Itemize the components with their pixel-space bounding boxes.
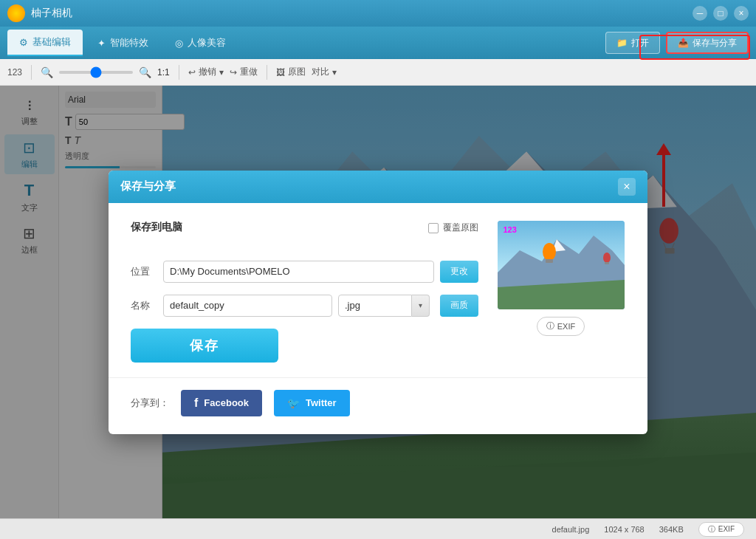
share-section: 分享到： f Facebook 🐦 Twitter bbox=[109, 377, 647, 434]
svg-point-23 bbox=[603, 253, 611, 263]
separator2 bbox=[179, 65, 179, 80]
preview-image: 123 bbox=[498, 221, 625, 309]
save-share-dialog: 保存与分享 × 保存到电脑 覆盖原图 位置 bbox=[109, 171, 647, 434]
tab-basic-edit[interactable]: ⚙ 基础编辑 bbox=[7, 30, 83, 56]
main-area: ⫶ 调整 ⊡ 编辑 T 文字 ⊞ 边框 Arial T T T 透明度 bbox=[0, 86, 756, 518]
status-exif-icon: ⓘ bbox=[708, 524, 715, 535]
action-bar: 123 🔍 🔍 1:1 ↩ 撤销 ▾ ↪ 重做 🖼 原图 对比 ▾ bbox=[0, 59, 756, 86]
exif-icon: ⓘ bbox=[546, 320, 554, 332]
exif-button[interactable]: ⓘ EXIF bbox=[537, 317, 585, 336]
undo-label: 撤销 bbox=[199, 66, 216, 78]
title-left: 柚子相机 bbox=[7, 4, 72, 22]
location-input[interactable] bbox=[163, 261, 434, 283]
share-label: 分享到： bbox=[131, 396, 169, 410]
app-title: 柚子相机 bbox=[31, 7, 72, 20]
undo-item[interactable]: ↩ 撤销 ▾ bbox=[188, 66, 224, 78]
canvas-number: 123 bbox=[7, 67, 22, 78]
quality-button[interactable]: 画质 bbox=[440, 295, 478, 317]
ext-row: ▾ bbox=[338, 295, 430, 317]
name-row: 名称 ▾ 画质 bbox=[131, 295, 478, 317]
save-icon: 📤 bbox=[678, 38, 689, 48]
window-controls: ─ □ × bbox=[693, 6, 749, 21]
toolbar: ⚙ 基础编辑 ✦ 智能特效 ◎ 人像美容 📁 打开 📤 保存与分享 bbox=[0, 27, 756, 59]
separator3 bbox=[267, 65, 267, 80]
separator bbox=[31, 65, 32, 80]
open-button[interactable]: 📁 打开 bbox=[605, 32, 660, 54]
status-exif-button[interactable]: ⓘ EXIF bbox=[698, 522, 744, 537]
preview-badge: 123 bbox=[504, 225, 517, 234]
original-label: 原图 bbox=[288, 66, 306, 78]
undo-icon: ↩ bbox=[188, 67, 196, 78]
svg-rect-22 bbox=[546, 259, 553, 263]
tab-beauty-label: 人像美容 bbox=[188, 36, 226, 49]
twitter-label: Twitter bbox=[306, 397, 337, 408]
dialog-left-section: 保存到电脑 覆盖原图 位置 更改 名称 bbox=[131, 221, 478, 363]
dialog-right-section: 123 ⓘ EXIF bbox=[496, 221, 625, 363]
app-logo bbox=[7, 4, 25, 22]
preview-svg bbox=[498, 221, 625, 309]
modal-overlay: 保存与分享 × 保存到电脑 覆盖原图 位置 bbox=[0, 86, 756, 518]
overwrite-row: 覆盖原图 bbox=[428, 222, 478, 234]
overwrite-label: 覆盖原图 bbox=[443, 222, 478, 234]
zoom-out-icon[interactable]: 🔍 bbox=[41, 66, 53, 78]
basic-edit-icon: ⚙ bbox=[19, 37, 28, 48]
original-icon: 🖼 bbox=[276, 67, 285, 78]
tab-smart-effects[interactable]: ✦ 智能特效 bbox=[86, 30, 160, 56]
title-bar: 柚子相机 ─ □ × bbox=[0, 0, 756, 27]
save-share-button[interactable]: 📤 保存与分享 bbox=[666, 32, 749, 54]
status-bar: default.jpg 1024 x 768 364KB ⓘ EXIF bbox=[0, 518, 756, 539]
save-section-title: 保存到电脑 bbox=[131, 221, 182, 234]
zoom-in-icon[interactable]: 🔍 bbox=[139, 66, 151, 78]
minimize-button[interactable]: ─ bbox=[693, 6, 707, 21]
exif-label: EXIF bbox=[557, 322, 575, 331]
beauty-icon: ◎ bbox=[175, 38, 183, 49]
status-filesize: 364KB bbox=[659, 525, 684, 534]
facebook-label: Facebook bbox=[204, 397, 249, 408]
svg-point-21 bbox=[543, 243, 556, 261]
tab-basic-edit-label: 基础编辑 bbox=[32, 35, 71, 49]
tab-beauty[interactable]: ◎ 人像美容 bbox=[163, 30, 238, 56]
status-filename: default.jpg bbox=[552, 525, 590, 534]
dialog-title: 保存与分享 bbox=[120, 179, 176, 193]
dialog-close-button[interactable]: × bbox=[618, 178, 636, 196]
facebook-button[interactable]: f Facebook bbox=[181, 390, 262, 416]
filename-input[interactable] bbox=[163, 295, 332, 317]
close-window-button[interactable]: × bbox=[734, 6, 749, 21]
save-share-label: 保存与分享 bbox=[693, 37, 737, 49]
open-label: 打开 bbox=[631, 37, 649, 49]
status-dimensions: 1024 x 768 bbox=[604, 525, 644, 534]
compare-dropdown-icon[interactable]: ▾ bbox=[332, 67, 337, 78]
dialog-body: 保存到电脑 覆盖原图 位置 更改 名称 bbox=[109, 203, 647, 377]
change-location-button[interactable]: 更改 bbox=[440, 261, 478, 283]
original-item[interactable]: 🖼 原图 bbox=[276, 66, 306, 78]
zoom-100[interactable]: 1:1 bbox=[157, 67, 170, 78]
location-row: 位置 更改 bbox=[131, 261, 478, 283]
save-button[interactable]: 保存 bbox=[131, 329, 278, 363]
overwrite-checkbox[interactable] bbox=[428, 223, 439, 233]
save-title-row: 保存到电脑 覆盖原图 bbox=[131, 221, 478, 247]
open-icon: 📁 bbox=[616, 38, 628, 48]
tab-smart-effects-label: 智能特效 bbox=[110, 36, 148, 49]
extension-input[interactable] bbox=[338, 295, 412, 317]
location-label: 位置 bbox=[131, 265, 157, 278]
twitter-button[interactable]: 🐦 Twitter bbox=[274, 390, 350, 416]
redo-item[interactable]: ↪ 重做 bbox=[230, 66, 258, 78]
name-label: 名称 bbox=[131, 299, 157, 312]
redo-icon: ↪ bbox=[230, 67, 237, 78]
save-btn-container: 保存 bbox=[131, 329, 478, 363]
dialog-header: 保存与分享 × bbox=[109, 171, 647, 203]
svg-rect-24 bbox=[605, 262, 609, 264]
undo-dropdown-icon[interactable]: ▾ bbox=[219, 67, 224, 78]
status-exif-label: EXIF bbox=[718, 525, 735, 533]
extension-dropdown[interactable]: ▾ bbox=[412, 295, 430, 317]
twitter-icon: 🐦 bbox=[287, 397, 300, 409]
facebook-icon: f bbox=[194, 396, 198, 410]
compare-label: 对比 bbox=[312, 66, 329, 78]
zoom-slider[interactable] bbox=[59, 71, 133, 74]
smart-effects-icon: ✦ bbox=[97, 38, 106, 49]
toolbar-right: 📁 打开 📤 保存与分享 bbox=[605, 32, 749, 54]
redo-label: 重做 bbox=[240, 66, 258, 78]
maximize-button[interactable]: □ bbox=[713, 6, 728, 21]
compare-item[interactable]: 对比 ▾ bbox=[312, 66, 337, 78]
